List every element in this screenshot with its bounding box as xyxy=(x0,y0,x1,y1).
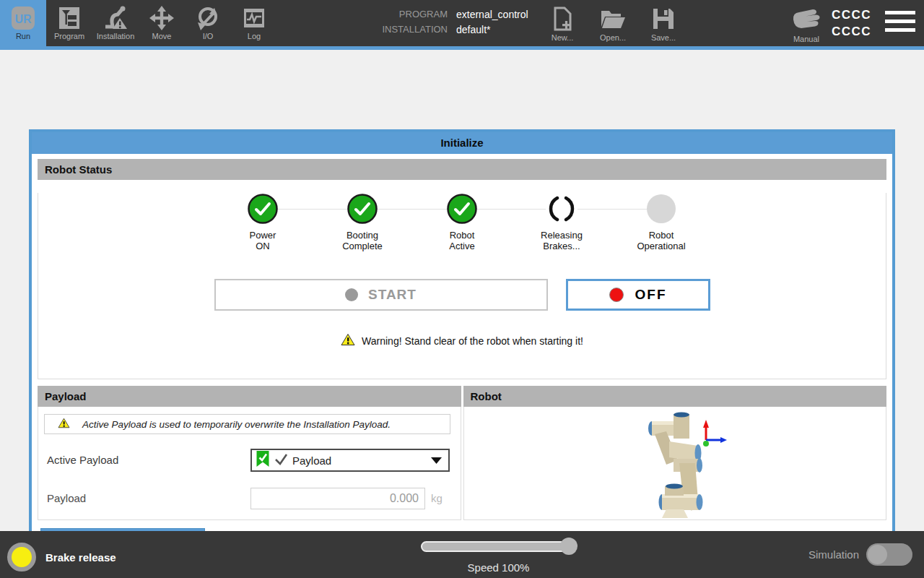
clock-line2: CCCC xyxy=(832,23,871,40)
dialog-title: Initialize xyxy=(32,132,892,154)
robot-status-section: Robot Status Power ON xyxy=(38,159,886,379)
robot-status-header: Robot Status xyxy=(38,159,886,180)
bookmark-check-icon xyxy=(256,450,270,470)
warning-triangle-icon xyxy=(58,418,70,431)
chevron-down-icon xyxy=(431,457,442,464)
new-document-icon xyxy=(552,5,572,32)
robot-panel-header: Robot xyxy=(463,386,887,407)
active-payload-dropdown[interactable]: Payload xyxy=(250,449,450,472)
program-label: PROGRAM xyxy=(358,9,448,20)
active-payload-selected-value: Payload xyxy=(292,454,331,467)
hand-icon xyxy=(790,4,823,34)
status-step-robot-operational: Robot Operational xyxy=(611,193,711,251)
speed-label: Speed 100% xyxy=(421,561,576,574)
svg-text:UR: UR xyxy=(14,13,32,25)
step-label: Robot xyxy=(449,230,474,241)
off-indicator-dot-icon xyxy=(609,288,624,302)
check-circle-icon xyxy=(346,193,378,225)
status-step-booting-complete: Booting Complete xyxy=(313,193,412,251)
speed-slider-handle[interactable] xyxy=(560,538,578,555)
tab-label: I/O xyxy=(203,32,214,40)
tab-label: Move xyxy=(152,32,172,40)
tab-label: Installation xyxy=(97,32,135,40)
tab-label: Program xyxy=(54,32,84,40)
payload-section: Payload Active Payload is used to tempor… xyxy=(38,386,461,520)
step-label: Active xyxy=(449,241,474,251)
hamburger-bar xyxy=(885,20,915,23)
status-step-power-on: Power ON xyxy=(213,193,313,251)
step-label: Complete xyxy=(342,241,383,251)
tab-run[interactable]: UR Run xyxy=(0,0,46,46)
installation-value: default* xyxy=(456,24,528,35)
program-value: external_control xyxy=(456,9,528,20)
log-chart-icon xyxy=(242,4,266,32)
brake-release-indicator-icon xyxy=(7,543,36,571)
in-progress-spinner-icon xyxy=(546,193,578,225)
off-button-label: OFF xyxy=(635,287,667,303)
robot-3d-view xyxy=(636,408,730,521)
simulation-toggle[interactable] xyxy=(866,543,912,566)
file-info: PROGRAM external_control INSTALLATION de… xyxy=(358,9,528,35)
payload-header: Payload xyxy=(38,386,461,407)
clock: CCCC CCCC xyxy=(832,7,871,40)
tab-move[interactable]: Move xyxy=(139,0,185,46)
speed-slider[interactable] xyxy=(421,541,576,552)
initialize-dialog: Initialize Robot Status Power O xyxy=(29,129,895,552)
manual-mode-button[interactable]: Manual xyxy=(784,4,829,43)
simulation-toggle-knob xyxy=(868,545,887,564)
hamburger-bar xyxy=(885,11,915,14)
installation-label: INSTALLATION xyxy=(358,24,448,35)
check-circle-icon xyxy=(446,193,478,225)
save-button[interactable]: Save... xyxy=(642,5,684,42)
warning-triangle-icon xyxy=(341,333,355,348)
status-steps: Power ON Booting Complete xyxy=(213,193,711,251)
step-label: Brakes... xyxy=(541,241,583,251)
move-arrows-icon xyxy=(149,4,175,32)
tab-label: Log xyxy=(248,32,261,40)
top-toolbar: UR Run Program Installation Move xyxy=(0,0,924,46)
payload-note: Active Payload is used to temporarily ov… xyxy=(44,414,450,434)
tab-program[interactable]: Program xyxy=(46,0,92,46)
robot-arm-illustration xyxy=(636,408,730,518)
off-button[interactable]: OFF xyxy=(566,279,710,311)
tab-label: Run xyxy=(16,32,30,40)
new-button[interactable]: New... xyxy=(541,5,583,42)
program-tree-icon xyxy=(57,4,82,32)
bottom-bar: Brake release Speed 100% Simulation xyxy=(0,531,924,578)
file-action-label: New... xyxy=(552,33,574,42)
selected-check-icon xyxy=(274,453,288,468)
file-action-label: Save... xyxy=(651,33,676,42)
warning-text: Warning! Stand clear of the robot when s… xyxy=(362,335,583,347)
step-label: Power xyxy=(250,230,276,241)
mode-label: Manual xyxy=(793,35,819,43)
brake-release-button[interactable]: Brake release xyxy=(7,543,116,571)
status-step-releasing-brakes: Releasing Brakes... xyxy=(512,193,611,251)
active-payload-label: Active Payload xyxy=(47,449,118,472)
tab-io[interactable]: I/O xyxy=(185,0,231,46)
robot-arm-warning-icon xyxy=(103,4,128,32)
save-floppy-icon xyxy=(652,5,675,32)
step-label: Booting xyxy=(342,230,383,241)
check-circle-icon xyxy=(247,193,279,225)
start-button[interactable]: START xyxy=(214,279,548,311)
start-indicator-dot-icon xyxy=(345,288,358,301)
stand-clear-warning: Warning! Stand clear of the robot when s… xyxy=(38,333,886,348)
pending-circle-icon xyxy=(645,193,677,225)
hamburger-menu-button[interactable] xyxy=(885,11,915,32)
ur-logo-icon: UR xyxy=(10,4,36,32)
payload-value-input[interactable]: 0.000 xyxy=(250,488,425,509)
main-area: Initialize Robot Status Power O xyxy=(0,50,924,531)
file-actions: New... Open... Save... xyxy=(541,5,684,42)
step-label: Releasing xyxy=(541,230,583,241)
payload-unit-label: kg xyxy=(431,488,443,509)
payload-field-label: Payload xyxy=(47,488,86,509)
file-action-label: Open... xyxy=(600,33,626,42)
tab-log[interactable]: Log xyxy=(231,0,277,46)
open-button[interactable]: Open... xyxy=(592,5,634,42)
simulation-label: Simulation xyxy=(808,548,859,561)
payload-note-text: Active Payload is used to temporarily ov… xyxy=(82,419,391,430)
brake-release-label: Brake release xyxy=(45,551,116,564)
status-step-robot-active: Robot Active xyxy=(412,193,512,251)
tab-installation[interactable]: Installation xyxy=(92,0,139,46)
clock-line1: CCCC xyxy=(832,7,871,23)
